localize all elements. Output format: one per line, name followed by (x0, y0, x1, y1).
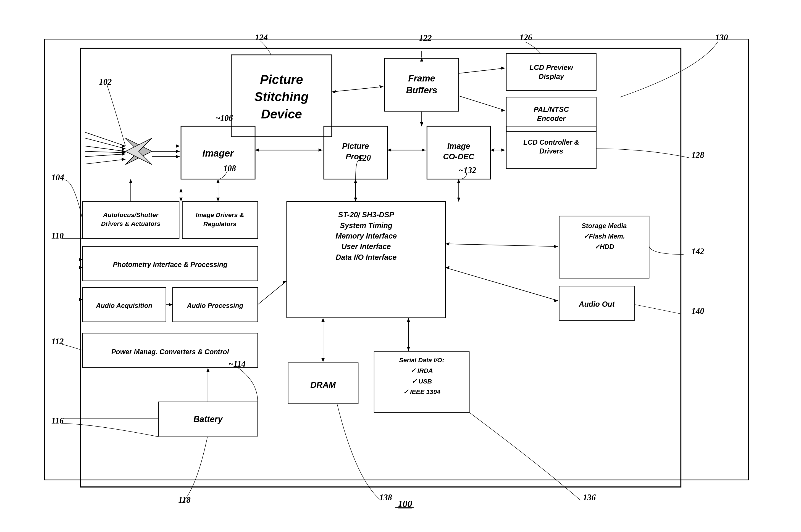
svg-text:✓Flash Mem.: ✓Flash Mem. (583, 232, 625, 240)
svg-marker-123 (457, 198, 460, 202)
svg-marker-120 (501, 149, 505, 152)
svg-line-88 (85, 151, 125, 153)
svg-line-92 (85, 159, 125, 164)
svg-text:✓HDD: ✓HDD (594, 243, 614, 250)
svg-marker-141 (445, 266, 449, 269)
svg-marker-101 (176, 155, 180, 158)
svg-text:Data I/O Interface: Data I/O Interface (336, 253, 397, 262)
svg-text:Display: Display (539, 73, 564, 80)
svg-rect-50 (182, 202, 258, 239)
svg-marker-83 (122, 145, 125, 148)
svg-text:User Interface: User Interface (342, 242, 391, 251)
svg-marker-106 (501, 66, 505, 70)
svg-line-136 (445, 244, 558, 247)
svg-marker-137 (554, 245, 558, 248)
svg-text:138: 138 (379, 493, 392, 502)
svg-marker-130 (216, 179, 219, 183)
svg-text:Audio Processing: Audio Processing (187, 302, 243, 309)
svg-marker-129 (216, 198, 219, 202)
svg-text:PAL/NTSC: PAL/NTSC (534, 106, 569, 113)
svg-text:CO-DEC: CO-DEC (443, 152, 475, 161)
svg-text:~132: ~132 (459, 166, 476, 175)
svg-text:112: 112 (51, 337, 63, 346)
svg-text:136: 136 (583, 493, 596, 502)
svg-text:Drivers & Actuators: Drivers & Actuators (101, 220, 161, 227)
svg-text:124: 124 (255, 33, 268, 42)
svg-text:100: 100 (398, 498, 412, 509)
svg-marker-97 (176, 145, 180, 148)
svg-text:Buffers: Buffers (406, 85, 437, 95)
svg-text:110: 110 (51, 231, 63, 241)
svg-line-90 (85, 154, 125, 157)
svg-text:Battery: Battery (194, 414, 223, 424)
svg-marker-127 (354, 179, 357, 183)
svg-text:Drivers: Drivers (539, 147, 563, 155)
svg-text:Regulators: Regulators (203, 220, 237, 227)
svg-marker-143 (321, 358, 324, 362)
svg-text:Image Drivers &: Image Drivers & (196, 211, 244, 218)
svg-marker-104 (332, 90, 336, 93)
svg-marker-135 (179, 188, 182, 192)
svg-line-139 (445, 267, 558, 301)
svg-text:Encoder: Encoder (537, 115, 566, 122)
svg-text:DRAM: DRAM (310, 380, 336, 390)
svg-text:System Timing: System Timing (340, 222, 392, 230)
svg-marker-99 (176, 150, 180, 153)
svg-marker-146 (407, 347, 410, 351)
svg-marker-93 (122, 158, 125, 161)
svg-marker-108 (501, 109, 505, 112)
svg-marker-144 (321, 318, 324, 322)
svg-marker-134 (179, 198, 182, 202)
svg-text:104: 104 (51, 173, 64, 182)
svg-marker-126 (354, 198, 357, 202)
svg-text:Frame: Frame (408, 73, 435, 83)
svg-line-107 (459, 96, 505, 110)
svg-text:✓ IEEE 1394: ✓ IEEE 1394 (403, 388, 440, 395)
svg-marker-114 (318, 149, 323, 152)
svg-marker-132 (129, 179, 132, 183)
svg-text:Serial Data I/O:: Serial Data I/O: (399, 356, 444, 364)
svg-text:116: 116 (51, 416, 64, 425)
svg-marker-121 (490, 149, 494, 152)
svg-marker-85 (122, 147, 125, 150)
svg-text:Picture: Picture (260, 72, 303, 87)
svg-line-158 (258, 281, 287, 305)
svg-text:108: 108 (223, 164, 236, 173)
svg-marker-115 (255, 149, 259, 152)
svg-text:Proc.: Proc. (346, 152, 366, 161)
svg-text:Audio Out: Audio Out (579, 300, 615, 308)
svg-text:122: 122 (419, 33, 432, 43)
svg-marker-149 (206, 368, 210, 372)
svg-marker-117 (422, 149, 425, 152)
svg-marker-111 (420, 122, 423, 126)
svg-marker-140 (554, 299, 558, 302)
svg-text:142: 142 (692, 247, 704, 256)
svg-text:LCD Preview: LCD Preview (529, 63, 574, 71)
svg-text:Memory Interface: Memory Interface (335, 232, 397, 240)
svg-text:Imager: Imager (202, 148, 234, 158)
svg-text:Device: Device (261, 107, 302, 121)
svg-text:ST-20/ SH3-DSP: ST-20/ SH3-DSP (338, 211, 394, 219)
svg-text:Picture: Picture (342, 141, 369, 150)
svg-rect-30 (506, 54, 596, 91)
svg-marker-157 (169, 303, 172, 306)
svg-marker-138 (445, 242, 449, 245)
svg-text:Autofocus/Shutter: Autofocus/Shutter (103, 211, 159, 218)
svg-text:Photometry Interface & Process: Photometry Interface & Processing (113, 261, 227, 268)
svg-text:128: 128 (692, 150, 704, 160)
svg-line-105 (459, 68, 505, 73)
svg-text:126: 126 (520, 33, 532, 42)
svg-marker-103 (379, 85, 383, 88)
svg-text:✓ IRDA: ✓ IRDA (410, 367, 433, 374)
svg-marker-118 (387, 149, 391, 152)
svg-text:LCD Controller &: LCD Controller & (523, 138, 579, 146)
svg-text:130: 130 (715, 33, 728, 42)
diagram-svg: 102 104 ~106 108 110 112 ~114 116 118 10… (22, 17, 773, 511)
svg-line-102 (332, 87, 383, 92)
svg-text:✓ USB: ✓ USB (412, 378, 432, 385)
svg-text:Image: Image (447, 141, 470, 150)
svg-text:Storage Media: Storage Media (582, 222, 627, 229)
svg-text:Power Manag. Converters & Cont: Power Manag. Converters & Control (111, 348, 229, 356)
svg-marker-147 (407, 318, 410, 322)
svg-marker-124 (457, 179, 460, 183)
